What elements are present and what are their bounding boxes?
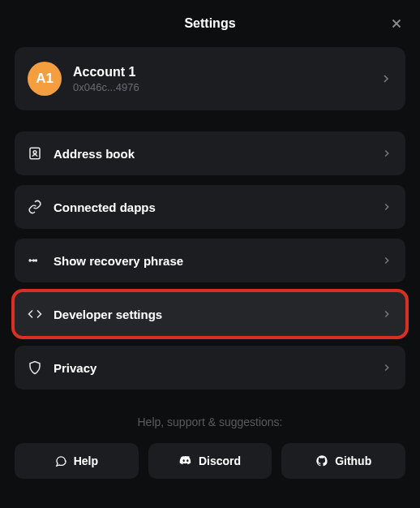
account-card[interactable]: A1 Account 1 0x046c...4976 — [15, 47, 405, 110]
link-icon — [28, 200, 42, 214]
footer-caption: Help, support & suggestions: — [15, 415, 405, 428]
page-title: Settings — [184, 16, 235, 31]
item-label: Privacy — [54, 361, 370, 375]
button-label: Help — [74, 454, 98, 467]
avatar: A1 — [28, 62, 62, 96]
discord-icon — [179, 454, 192, 467]
svg-point-2 — [29, 260, 31, 261]
item-developer-settings[interactable]: Developer settings — [15, 292, 405, 336]
chevron-right-icon — [381, 201, 392, 213]
chevron-right-icon — [381, 308, 392, 320]
close-icon — [389, 16, 404, 31]
account-address: 0x046c...4976 — [73, 81, 368, 93]
chevron-right-icon — [379, 72, 392, 85]
github-button[interactable]: Github — [281, 443, 405, 479]
svg-point-4 — [36, 260, 37, 261]
item-label: Connected dapps — [54, 200, 370, 214]
footer-buttons: Help Discord Github — [0, 443, 420, 479]
item-address-book[interactable]: Address book — [15, 131, 405, 175]
header: Settings — [0, 0, 420, 47]
chevron-right-icon — [381, 255, 392, 266]
item-label: Address book — [54, 147, 370, 161]
chat-icon — [55, 455, 67, 467]
code-icon — [28, 307, 42, 321]
item-privacy[interactable]: Privacy — [15, 346, 405, 390]
help-button[interactable]: Help — [15, 443, 139, 479]
close-button[interactable] — [389, 16, 404, 31]
key-icon — [28, 253, 42, 268]
address-book-icon — [28, 146, 42, 161]
item-recovery-phrase[interactable]: Show recovery phrase — [15, 239, 405, 282]
discord-button[interactable]: Discord — [148, 443, 272, 479]
button-label: Github — [335, 454, 371, 467]
github-icon — [315, 454, 328, 467]
svg-point-1 — [33, 151, 36, 154]
shield-icon — [28, 360, 42, 375]
item-label: Show recovery phrase — [54, 254, 370, 268]
account-name: Account 1 — [73, 65, 368, 80]
svg-point-3 — [33, 260, 35, 261]
button-label: Discord — [199, 454, 241, 467]
settings-list: Address book Connected dapps Show recove… — [15, 131, 405, 390]
account-info: Account 1 0x046c...4976 — [73, 65, 368, 93]
chevron-right-icon — [381, 362, 392, 373]
item-connected-dapps[interactable]: Connected dapps — [15, 185, 405, 229]
chevron-right-icon — [381, 148, 392, 159]
item-label: Developer settings — [54, 308, 370, 321]
